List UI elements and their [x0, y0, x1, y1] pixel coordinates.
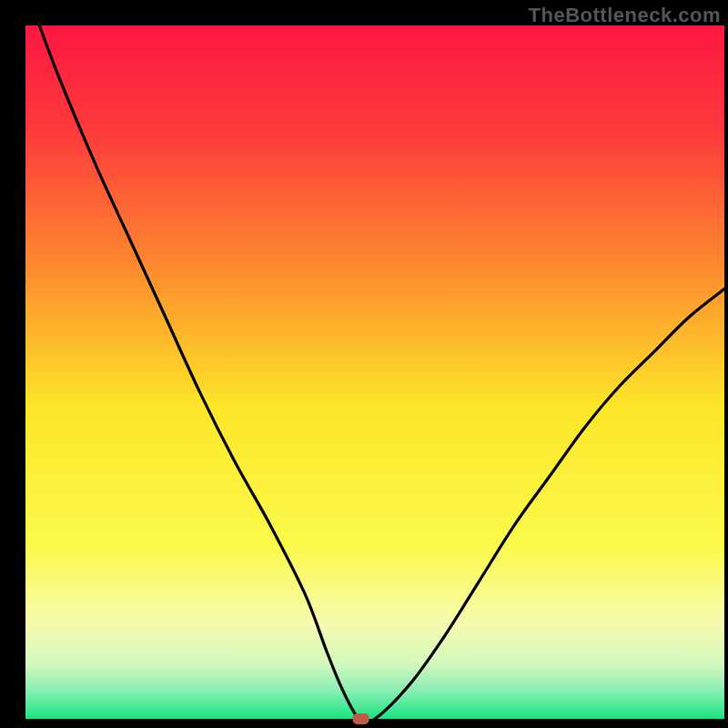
- plot-background: [25, 25, 724, 719]
- minimum-marker: [353, 713, 369, 724]
- watermark-text: TheBottleneck.com: [529, 4, 721, 27]
- bottleneck-chart: TheBottleneck.com: [0, 0, 728, 728]
- chart-svg: [0, 0, 728, 728]
